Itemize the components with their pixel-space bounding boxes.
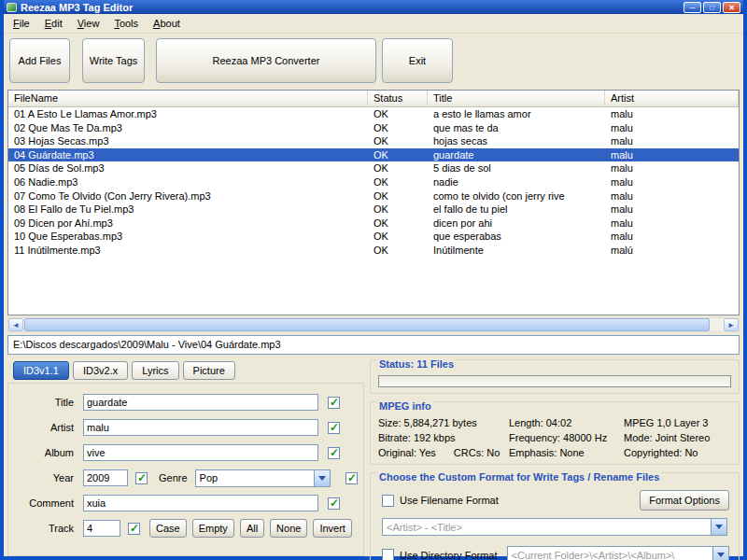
- tab-id3v2[interactable]: ID3v2.x: [73, 361, 128, 380]
- mpeg-version: MPEG 1,0 Layer 3: [624, 417, 731, 428]
- cell-filename: 01 A Esto Le Llamas Amor.mp3: [8, 107, 368, 121]
- table-row[interactable]: 03 Hojas Secas.mp3 OK hojas secas malu: [8, 134, 739, 148]
- add-files-button[interactable]: Add Files: [9, 38, 70, 83]
- mpeg-info-group: MPEG info Size: 5,884,271 bytes Length: …: [370, 401, 740, 465]
- write-tags-button[interactable]: Write Tags: [82, 38, 145, 83]
- comment-field[interactable]: [83, 495, 318, 511]
- directory-format-value: <Current Folder>\<Artist>\<Album>\: [508, 550, 712, 560]
- chevron-down-icon: [711, 519, 726, 535]
- column-header-status[interactable]: Status: [368, 91, 428, 107]
- cell-filename: 06 Nadie.mp3: [8, 175, 368, 189]
- case-button[interactable]: Case: [149, 519, 187, 538]
- table-row[interactable]: 11 Inútilmente.mp3 OK Inútilmente malú: [8, 244, 739, 258]
- mp3-converter-button[interactable]: Reezaa MP3 Converter: [156, 38, 376, 83]
- table-row[interactable]: 05 Días de Sol.mp3 OK 5 dias de sol malu: [8, 161, 739, 175]
- album-field[interactable]: [83, 444, 318, 461]
- file-list: FileName Status Title Artist 01 A Esto L…: [7, 90, 740, 315]
- column-header-artist[interactable]: Artist: [605, 91, 739, 107]
- genre-checkbox[interactable]: [345, 472, 358, 484]
- mpeg-original: Original: Yes: [378, 447, 436, 458]
- file-list-rows: 01 A Esto Le Llamas Amor.mp3 OK a esto l…: [8, 107, 739, 315]
- menu-edit[interactable]: Edit: [39, 16, 72, 32]
- cell-title: dicen por ahi: [428, 217, 605, 231]
- menu-file[interactable]: File: [7, 16, 39, 32]
- use-directory-format-checkbox[interactable]: [382, 549, 394, 560]
- cell-filename: 04 Guárdate.mp3: [8, 148, 368, 162]
- title-bar: Reezaa MP3 Tag Editor ─ □ ✕: [4, 0, 743, 14]
- cell-artist: malú: [605, 244, 739, 258]
- cell-filename: 10 Que Esperabas.mp3: [8, 230, 368, 244]
- track-checkbox[interactable]: [128, 523, 140, 535]
- genre-label: Genre: [159, 472, 188, 483]
- artist-field[interactable]: [83, 419, 318, 436]
- status-title: Status: 11 Files: [376, 358, 457, 370]
- scrollbar-thumb[interactable]: [24, 318, 710, 331]
- album-checkbox[interactable]: [328, 447, 340, 459]
- cell-status: OK: [368, 134, 428, 148]
- mpeg-length: Length: 04:02: [509, 417, 624, 428]
- cell-filename: 03 Hojas Secas.mp3: [8, 134, 368, 148]
- cell-title: nadie: [428, 175, 605, 189]
- info-panel: Status: 11 Files MPEG info Size: 5,884,2…: [370, 359, 740, 556]
- tab-id3v1[interactable]: ID3v1.1: [13, 361, 69, 380]
- none-button[interactable]: None: [270, 519, 307, 538]
- table-row[interactable]: 09 Dicen por Ahí.mp3 OK dicen por ahi ma…: [8, 217, 739, 231]
- custom-format-title: Choose the Custom Format for Write Tags …: [376, 471, 662, 483]
- cell-status: OK: [368, 217, 428, 231]
- track-field[interactable]: [83, 520, 120, 537]
- use-directory-format-label: Use Directory Format: [400, 550, 498, 560]
- table-row[interactable]: 06 Nadie.mp3 OK nadie malu: [8, 175, 739, 189]
- year-checkbox[interactable]: [135, 472, 148, 484]
- cell-artist: malu: [605, 121, 739, 135]
- cell-title: Inútilmente: [428, 244, 605, 258]
- title-checkbox[interactable]: [328, 397, 340, 409]
- table-row[interactable]: 10 Que Esperabas.mp3 OK que esperabas ma…: [8, 230, 739, 244]
- menu-view[interactable]: View: [72, 16, 109, 32]
- filename-format-dropdown[interactable]: <Artist> - <Title>: [382, 518, 727, 536]
- artist-checkbox[interactable]: [328, 422, 340, 434]
- title-field[interactable]: [83, 394, 318, 411]
- chevron-down-icon: [314, 470, 330, 486]
- all-button[interactable]: All: [240, 519, 264, 538]
- column-header-filename[interactable]: FileName: [8, 91, 368, 107]
- menu-about[interactable]: About: [148, 16, 190, 32]
- minimize-button[interactable]: ─: [684, 2, 701, 13]
- close-button[interactable]: ✕: [723, 2, 740, 13]
- window-title: Reezaa MP3 Tag Editor: [21, 2, 133, 13]
- table-row[interactable]: 07 Como Te Olvido (Con Jerry Rivera).mp3…: [8, 189, 739, 203]
- file-list-header: FileName Status Title Artist: [8, 91, 739, 107]
- empty-button[interactable]: Empty: [192, 519, 234, 538]
- custom-format-group: Choose the Custom Format for Write Tags …: [370, 472, 740, 560]
- year-field[interactable]: [83, 469, 128, 486]
- tab-lyrics[interactable]: Lyrics: [132, 361, 178, 380]
- current-file-path: E:\Discos descargados\2009\Malu - Vive\0…: [7, 335, 740, 355]
- bottom-section: ID3v1.1 ID3v2.x Lyrics Picture Title Art…: [7, 359, 740, 556]
- cell-artist: malu: [605, 217, 739, 231]
- use-filename-format-checkbox[interactable]: [382, 495, 394, 507]
- genre-value: Pop: [196, 472, 314, 483]
- cell-artist: malu: [605, 203, 739, 217]
- cell-status: OK: [368, 121, 428, 135]
- cell-artist: malu: [605, 161, 739, 175]
- cell-filename: 05 Días de Sol.mp3: [8, 161, 368, 175]
- invert-button[interactable]: Invert: [313, 519, 352, 538]
- scrollbar-track[interactable]: [710, 318, 724, 331]
- comment-checkbox[interactable]: [328, 497, 340, 510]
- scroll-right-icon[interactable]: ►: [724, 318, 739, 331]
- exit-button[interactable]: Exit: [382, 38, 453, 83]
- table-row[interactable]: 01 A Esto Le Llamas Amor.mp3 OK a esto l…: [8, 107, 739, 121]
- artist-label: Artist: [10, 422, 74, 433]
- format-options-button[interactable]: Format Options: [640, 490, 729, 511]
- scroll-left-icon[interactable]: ◄: [8, 318, 23, 331]
- genre-dropdown[interactable]: Pop: [195, 469, 331, 487]
- directory-format-dropdown[interactable]: <Current Folder>\<Artist>\<Album>\: [507, 546, 729, 560]
- table-row-selected[interactable]: 04 Guárdate.mp3 OK guardate malu: [8, 148, 739, 162]
- use-filename-format-label: Use Filename Format: [400, 495, 499, 506]
- tab-picture[interactable]: Picture: [183, 361, 235, 380]
- maximize-button[interactable]: □: [703, 2, 721, 13]
- column-header-title[interactable]: Title: [428, 91, 605, 107]
- cell-title: hojas secas: [428, 134, 605, 148]
- menu-tools[interactable]: Tools: [108, 16, 148, 32]
- table-row[interactable]: 02 Que Mas Te Da.mp3 OK que mas te da ma…: [8, 121, 739, 135]
- table-row[interactable]: 08 El Fallo de Tu Piel.mp3 OK el fallo d…: [8, 203, 739, 217]
